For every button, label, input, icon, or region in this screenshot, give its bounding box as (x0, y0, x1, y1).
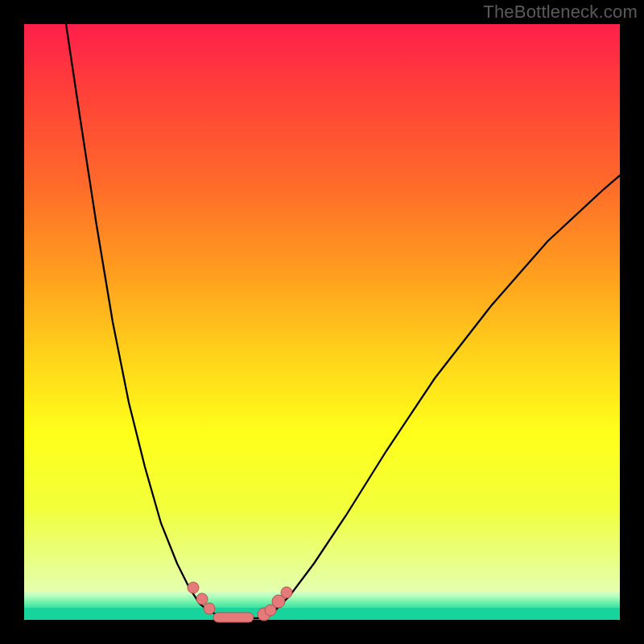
data-marker (213, 613, 254, 622)
data-marker (281, 587, 292, 598)
curve-layer (24, 24, 620, 620)
data-marker (196, 593, 208, 605)
data-marker (188, 582, 199, 593)
outer-frame: TheBottleneck.com (0, 0, 644, 644)
plot-area (24, 24, 620, 620)
data-marker (204, 603, 215, 614)
watermark-text: TheBottleneck.com (483, 2, 638, 23)
marker-group (188, 582, 292, 622)
bottleneck-curve (66, 24, 620, 618)
